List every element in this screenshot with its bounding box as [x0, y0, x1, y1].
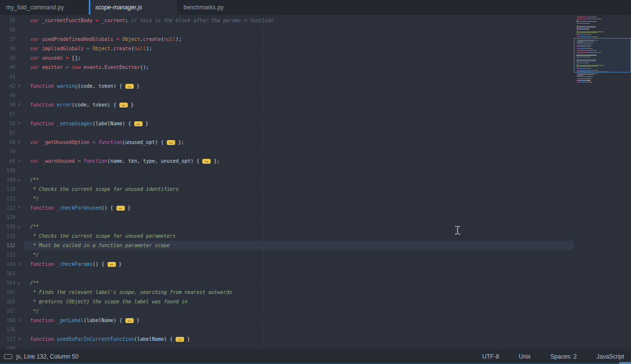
code-line-131[interactable]: 131 * Checks the current scope for unuse…	[0, 231, 631, 241]
line-number: 112	[0, 205, 15, 211]
code-line-165[interactable]: 165 * Finds the relevant label's scope, …	[0, 288, 631, 297]
code-line-110[interactable]: 110 * Checks the current scope for unuse…	[0, 184, 631, 194]
fold-gutter	[15, 166, 23, 175]
token-pun: () {	[92, 261, 107, 267]
code-line-164[interactable]: 164 /**	[0, 278, 631, 288]
minimap-viewport[interactable]	[574, 38, 631, 73]
fold-arrow-icon[interactable]	[15, 222, 23, 231]
code-line-130[interactable]: 130 /**	[0, 222, 631, 231]
tab-scope-manager.js[interactable]: scope-manager.js	[89, 0, 178, 15]
status-item-syntax[interactable]: JavaScript	[596, 353, 624, 360]
fold-gutter	[15, 16, 23, 25]
code-line-50[interactable]: 50 function error(code, token) { … }	[0, 100, 631, 109]
token-kw: =	[93, 18, 102, 23]
code-line-163[interactable]: 163	[0, 269, 631, 278]
code-line-58[interactable]: 58 function _setupUsages(labelName) { … …	[0, 119, 631, 128]
code-line-176[interactable]: 176	[0, 325, 631, 334]
token-name: _setupUsages	[57, 121, 92, 126]
fold-ellipsis-badge[interactable]: …	[125, 84, 134, 89]
token-pun	[24, 158, 30, 164]
code-line-68[interactable]: 68 var _getUnusedOption = function(unuse…	[0, 138, 631, 147]
token-pun	[24, 252, 30, 257]
editor-pane[interactable]: 35 var _currentFunctBody = _current; // …	[0, 15, 631, 349]
line-number: 167	[0, 308, 15, 314]
fold-gutter	[15, 25, 23, 35]
token-pun	[24, 121, 30, 126]
token-pun	[24, 280, 30, 286]
code-line-37[interactable]: 37 var usedPredefinedAndGlobals = Object…	[0, 35, 631, 44]
fold-ellipsis-badge[interactable]: …	[202, 159, 211, 164]
token-id: _currentFunctBody	[42, 18, 92, 23]
code-line-57[interactable]: 57	[0, 109, 631, 119]
code-line-67[interactable]: 67	[0, 128, 631, 138]
code-line-79[interactable]: 79	[0, 147, 631, 156]
code-line-39[interactable]: 39 var unuseds = [];	[0, 53, 631, 63]
token-pun: }	[125, 205, 131, 211]
status-item-indentation[interactable]: Spaces: 2	[551, 353, 577, 360]
fold-arrow-icon[interactable]	[15, 278, 23, 288]
code-line-35[interactable]: 35 var _currentFunctBody = _current; // …	[0, 16, 631, 25]
token-pun	[24, 336, 30, 342]
fold-arrow-icon[interactable]	[15, 81, 23, 91]
fold-gutter	[15, 44, 23, 53]
code-line-41[interactable]: 41	[0, 72, 631, 81]
fold-arrow-icon[interactable]	[15, 203, 23, 213]
fold-ellipsis-badge[interactable]: …	[176, 337, 184, 342]
status-item-line-endings[interactable]: Unix	[519, 353, 531, 360]
code-line-40[interactable]: 40 var emitter = new events.EventEmitter…	[0, 63, 631, 72]
code-line-132[interactable]: 132 * Must be called in a function param…	[0, 241, 631, 250]
token-pun	[24, 290, 30, 295]
fold-gutter	[15, 213, 23, 222]
code-line-167[interactable]: 167 */	[0, 306, 631, 316]
fold-ellipsis-badge[interactable]: …	[108, 262, 116, 267]
code-line-168[interactable]: 168 function _getLabel(labelName) { … }	[0, 316, 631, 325]
line-number: 177	[0, 336, 15, 342]
token-pun	[24, 308, 30, 314]
fold-ellipsis-badge[interactable]: …	[125, 318, 134, 323]
code-line-166[interactable]: 166 * @returns {Object} the scope the la…	[0, 297, 631, 306]
tab-my_fold_command.py[interactable]: my_fold_command.py	[0, 0, 89, 15]
fold-ellipsis-badge[interactable]: …	[167, 140, 175, 145]
token-doc: */	[30, 196, 39, 201]
code-line-109[interactable]: 109 /**	[0, 175, 631, 184]
code-line-108[interactable]: 108	[0, 166, 631, 175]
status-item-encoding[interactable]: UTF-8	[483, 353, 499, 360]
fold-arrow-icon[interactable]	[15, 100, 23, 109]
fold-arrow-icon[interactable]	[15, 138, 23, 147]
fold-arrow-icon[interactable]	[15, 156, 23, 166]
token-pun: (code, token) {	[72, 102, 119, 108]
code-line-134[interactable]: 134 function _checkParams() { … }	[0, 259, 631, 269]
code-line-42[interactable]: 42 function warning(code, token) { … }	[0, 81, 631, 91]
fold-ellipsis-badge[interactable]: …	[116, 206, 125, 211]
token-pun	[24, 83, 30, 89]
token-kw: new	[72, 65, 83, 70]
code-line-112[interactable]: 112 function _checkForUnused() { … }	[0, 203, 631, 213]
code-line-36[interactable]: 36	[0, 25, 631, 35]
code-text: var impliedGlobals = Object.create(null)…	[23, 44, 152, 53]
code-text: /**	[23, 222, 39, 231]
code-line-111[interactable]: 111 */	[0, 194, 631, 203]
code-line-177[interactable]: 177 function usedSoFarInCurrentFunction(…	[0, 334, 631, 344]
code-line-80[interactable]: 80 var _warnUnused = function(name, tkn,…	[0, 156, 631, 166]
code-line-129[interactable]: 129	[0, 213, 631, 222]
fold-arrow-icon[interactable]	[15, 119, 23, 128]
code-line-133[interactable]: 133 */	[0, 250, 631, 259]
code-line-190[interactable]: 190	[0, 344, 631, 349]
token-pun: );	[146, 46, 152, 51]
line-number: 80	[0, 158, 15, 164]
fold-arrow-icon[interactable]	[15, 334, 23, 344]
token-id: EventEmitter	[105, 65, 140, 70]
fold-gutter	[15, 72, 23, 81]
fold-arrow-icon[interactable]	[15, 316, 23, 325]
line-number: 49	[0, 93, 15, 98]
fold-arrow-icon[interactable]	[15, 259, 23, 269]
token-kw: =	[63, 55, 72, 61]
code-line-49[interactable]: 49	[0, 91, 631, 100]
fold-ellipsis-badge[interactable]: …	[119, 103, 128, 108]
code-line-38[interactable]: 38 var impliedGlobals = Object.create(nu…	[0, 44, 631, 53]
minimap[interactable]	[574, 15, 631, 349]
tab-benchmarks.py[interactable]: benchmarks.py	[178, 0, 266, 15]
fold-arrow-icon[interactable]	[15, 175, 23, 184]
token-doc: /**	[30, 280, 39, 286]
fold-ellipsis-badge[interactable]: …	[134, 121, 143, 126]
